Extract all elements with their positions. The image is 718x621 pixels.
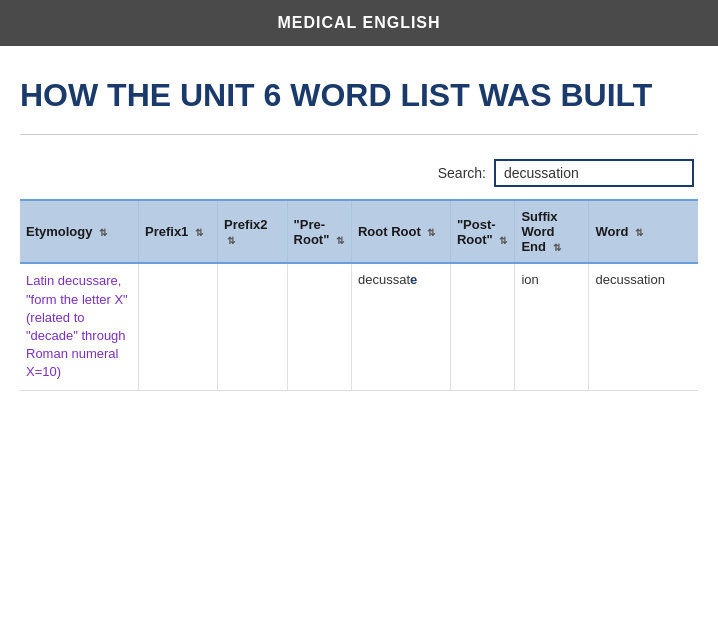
cell-etymology: Latin decussare, "form the letter X" (re…: [20, 263, 138, 390]
sort-icon-prefix2[interactable]: ⇅: [227, 235, 235, 246]
etymology-link[interactable]: Latin decussare, "form the letter X" (re…: [26, 273, 128, 379]
word-list-table: Etymology ⇅ Prefix1 ⇅ Prefix2 ⇅ "Pre-Roo…: [20, 199, 698, 390]
sort-icon-suffix[interactable]: ⇅: [553, 242, 561, 253]
sort-icon-prefix1[interactable]: ⇅: [195, 227, 203, 238]
cell-root: decussate: [351, 263, 450, 390]
col-header-suffix[interactable]: Suffix Word End ⇅: [515, 200, 589, 263]
cell-prefix1: [138, 263, 217, 390]
col-header-root[interactable]: Root Root ⇅: [351, 200, 450, 263]
main-content: HOW THE UNIT 6 WORD LIST WAS BUILT Searc…: [0, 46, 718, 411]
cell-prefix2: [218, 263, 287, 390]
search-row: Search:: [20, 159, 698, 187]
sort-icon-word[interactable]: ⇅: [635, 227, 643, 238]
sort-icon-etymology[interactable]: ⇅: [99, 227, 107, 238]
root-bracket: e: [410, 272, 417, 287]
title-divider: [20, 134, 698, 135]
search-input[interactable]: [494, 159, 694, 187]
page-title: HOW THE UNIT 6 WORD LIST WAS BUILT: [20, 76, 698, 114]
col-header-prefix2[interactable]: Prefix2 ⇅: [218, 200, 287, 263]
col-header-postroot[interactable]: "Post-Root" ⇅: [450, 200, 515, 263]
search-label: Search:: [438, 165, 486, 181]
sort-icon-postroot[interactable]: ⇅: [499, 235, 507, 246]
sort-icon-preroot[interactable]: ⇅: [336, 235, 344, 246]
cell-word: decussation: [589, 263, 698, 390]
table-row: Latin decussare, "form the letter X" (re…: [20, 263, 698, 390]
col-header-preroot[interactable]: "Pre-Root" ⇅: [287, 200, 351, 263]
table-header-row: Etymology ⇅ Prefix1 ⇅ Prefix2 ⇅ "Pre-Roo…: [20, 200, 698, 263]
col-header-prefix1[interactable]: Prefix1 ⇅: [138, 200, 217, 263]
cell-suffix: ion: [515, 263, 589, 390]
col-header-etymology[interactable]: Etymology ⇅: [20, 200, 138, 263]
col-header-word[interactable]: Word ⇅: [589, 200, 698, 263]
header-title: MEDICAL ENGLISH: [277, 14, 440, 31]
sort-icon-root[interactable]: ⇅: [427, 227, 435, 238]
cell-postroot: [450, 263, 515, 390]
cell-preroot: [287, 263, 351, 390]
site-header: MEDICAL ENGLISH: [0, 0, 718, 46]
